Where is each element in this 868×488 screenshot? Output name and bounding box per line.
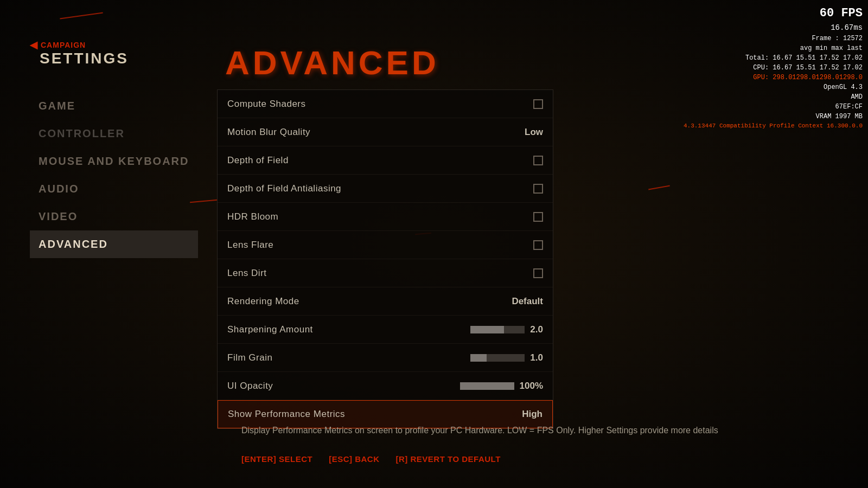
setting-label-dof-antialiasing: Depth of Field Antialiasing — [227, 183, 341, 194]
frame-counter: Frame : 12572 — [684, 34, 863, 43]
perf-gpu: GPU: 298.01298.01298.01298.0 — [684, 73, 863, 82]
r-revert-hint[interactable]: [R] REVERT TO DEFAULT — [396, 454, 501, 464]
setting-value-film-grain: 1.0 — [530, 352, 543, 363]
film-grain-slider-container: 1.0 — [470, 352, 543, 363]
sidebar-item-advanced[interactable]: ADVANCED — [30, 230, 198, 258]
film-grain-slider-fill — [470, 354, 487, 362]
bottom-description: Display Performance Metrics on screen to… — [241, 425, 857, 436]
sharpening-slider-track[interactable] — [470, 326, 525, 333]
film-grain-slider-track[interactable] — [470, 354, 525, 362]
performance-overlay: 60 FPS 16.67ms Frame : 12572 avg min max… — [684, 4, 863, 131]
setting-row-depth-of-field[interactable]: Depth of Field — [218, 146, 553, 175]
sharpening-slider-fill — [470, 326, 504, 333]
sidebar-item-controller: CONTROLLER — [30, 120, 198, 147]
setting-row-lens-dirt[interactable]: Lens Dirt — [218, 259, 553, 287]
setting-value-ui-opacity: 100% — [520, 381, 543, 391]
setting-row-compute-shaders[interactable]: Compute Shaders — [218, 90, 553, 118]
nav-menu: GAME CONTROLLER MOUSE AND KEYBOARD AUDIO… — [30, 92, 198, 258]
perf-opengl: OpenGL 4.3 — [684, 82, 863, 92]
setting-row-film-grain[interactable]: Film Grain 1.0 — [218, 344, 553, 372]
setting-value-sharpening: 2.0 — [530, 324, 543, 335]
perf-amd: AMD — [684, 92, 863, 102]
campaign-label: CAMPAIGN — [41, 41, 86, 49]
fps-counter: 60 FPS — [684, 4, 863, 22]
ms-counter: 16.67ms — [684, 22, 863, 34]
setting-value-perf-metrics: High — [522, 409, 542, 420]
perf-compat: 4.3.13447 Compatibility Profile Context … — [684, 121, 863, 131]
setting-row-hdr-bloom[interactable]: HDR Bloom — [218, 203, 553, 231]
perf-header: avg min max last — [684, 43, 863, 53]
perf-total: Total: 16.67 15.51 17.52 17.02 — [684, 53, 863, 63]
checkbox-lens-flare[interactable] — [533, 240, 543, 250]
setting-label-rendering-mode: Rendering Mode — [227, 296, 299, 307]
checkbox-compute-shaders[interactable] — [533, 99, 543, 109]
setting-row-motion-blur[interactable]: Motion Blur Quality Low — [218, 118, 553, 146]
sidebar-item-mouse[interactable]: MOUSE AND KEYBOARD — [30, 147, 198, 175]
perf-vram: VRAM 1997 MB — [684, 112, 863, 121]
setting-label-lens-flare: Lens Flare — [227, 240, 273, 251]
setting-label-sharpening: Sharpening Amount — [227, 324, 313, 335]
sidebar-item-game[interactable]: GAME — [30, 92, 198, 120]
setting-row-rendering-mode[interactable]: Rendering Mode Default — [218, 287, 553, 316]
settings-panel: Compute Shaders Motion Blur Quality Low … — [217, 89, 553, 429]
enter-select-hint[interactable]: [ENTER] SELECT — [241, 454, 312, 464]
setting-label-perf-metrics: Show Performance Metrics — [228, 409, 345, 420]
ui-opacity-slider-fill — [460, 382, 514, 390]
setting-value-motion-blur: Low — [525, 127, 543, 138]
page-title: ADVANCED — [225, 43, 439, 82]
settings-title: SETTINGS — [40, 50, 129, 67]
campaign-back-button[interactable]: ◀ CAMPAIGN — [30, 39, 86, 51]
checkbox-depth-of-field[interactable] — [533, 156, 543, 165]
setting-row-lens-flare[interactable]: Lens Flare — [218, 231, 553, 259]
bottom-controls: [ENTER] SELECT [ESC] BACK [R] REVERT TO … — [241, 454, 501, 464]
perf-id: 67EF:CF — [684, 102, 863, 112]
ui-opacity-slider-track[interactable] — [460, 382, 514, 390]
setting-label-ui-opacity: UI Opacity — [227, 381, 273, 391]
setting-value-rendering-mode: Default — [512, 296, 543, 307]
description-text: Display Performance Metrics on screen to… — [241, 425, 857, 436]
back-arrow-icon: ◀ — [30, 39, 37, 51]
ui-opacity-slider-container: 100% — [460, 381, 543, 391]
checkbox-dof-antialiasing[interactable] — [533, 184, 543, 194]
setting-label-lens-dirt: Lens Dirt — [227, 268, 267, 279]
setting-label-film-grain: Film Grain — [227, 352, 272, 363]
setting-label-motion-blur: Motion Blur Quality — [227, 127, 310, 138]
setting-row-sharpening[interactable]: Sharpening Amount 2.0 — [218, 316, 553, 344]
sharpening-slider-container: 2.0 — [470, 324, 543, 335]
checkbox-hdr-bloom[interactable] — [533, 212, 543, 222]
sidebar: ◀ CAMPAIGN SETTINGS GAME CONTROLLER MOUS… — [0, 0, 212, 488]
checkbox-lens-dirt[interactable] — [533, 268, 543, 278]
setting-label-compute-shaders: Compute Shaders — [227, 99, 306, 110]
perf-cpu: CPU: 16.67 15.51 17.52 17.02 — [684, 63, 863, 73]
setting-row-ui-opacity[interactable]: UI Opacity 100% — [218, 372, 553, 400]
setting-label-depth-of-field: Depth of Field — [227, 155, 289, 166]
setting-label-hdr-bloom: HDR Bloom — [227, 211, 278, 222]
sidebar-item-audio[interactable]: AUDIO — [30, 175, 198, 203]
sidebar-item-video[interactable]: VIDEO — [30, 203, 198, 230]
esc-back-hint[interactable]: [ESC] BACK — [329, 454, 379, 464]
setting-row-dof-antialiasing[interactable]: Depth of Field Antialiasing — [218, 175, 553, 203]
